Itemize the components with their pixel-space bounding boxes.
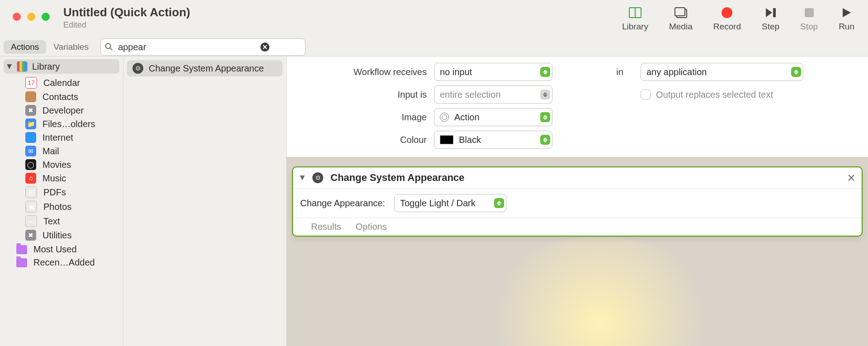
gear-icon bbox=[132, 63, 143, 74]
sidebar-category-item[interactable]: ◯Movies bbox=[25, 158, 119, 171]
category-icon bbox=[25, 91, 36, 102]
category-label: Files…olders bbox=[42, 119, 95, 129]
step-button[interactable]: Step bbox=[762, 5, 779, 32]
sidebar-category-item[interactable]: 📁Files…olders bbox=[25, 117, 119, 131]
chevron-down-icon: ▶ bbox=[299, 175, 307, 180]
image-value: Action bbox=[454, 112, 480, 123]
media-button[interactable]: Media bbox=[669, 5, 693, 32]
library-button[interactable]: Library bbox=[622, 5, 648, 32]
library-root[interactable]: ▶ Library bbox=[4, 59, 119, 74]
sidebar-category-item[interactable]: ✖Utilities bbox=[25, 228, 119, 242]
sidebar-category-item[interactable]: —Text bbox=[25, 214, 119, 228]
category-label: Music bbox=[42, 173, 66, 184]
zoom-window-button[interactable] bbox=[42, 13, 50, 21]
step-options-tab[interactable]: Options bbox=[356, 222, 387, 232]
smart-folder-list: Most UsedRecen…Added bbox=[4, 243, 119, 269]
receives-label: Workflow receives bbox=[354, 67, 427, 77]
category-icon: 17 bbox=[25, 77, 37, 89]
automator-window: Untitled (Quick Action) Edited Library M… bbox=[0, 0, 868, 346]
step-title: Change System Appearance bbox=[330, 172, 841, 184]
in-value: any application bbox=[646, 67, 707, 77]
step-label: Step bbox=[762, 22, 779, 32]
svg-point-9 bbox=[106, 43, 111, 48]
sidebar-category-item[interactable]: ✖Developer bbox=[25, 104, 119, 117]
category-label: PDFs bbox=[43, 187, 66, 198]
search-icon bbox=[105, 43, 113, 51]
library-tab-segment: Actions Variables bbox=[4, 40, 96, 54]
image-select[interactable]: Action bbox=[434, 108, 552, 126]
output-replaces-label: Output replaces selected text bbox=[656, 90, 773, 100]
record-button[interactable]: Record bbox=[713, 5, 741, 32]
category-list: 17CalendarContacts✖Developer📁Files…older… bbox=[4, 76, 119, 242]
tab-actions[interactable]: Actions bbox=[4, 40, 46, 54]
step-param-label: Change Appearance: bbox=[300, 198, 385, 209]
sidebar-category-item[interactable]: ♫Music bbox=[25, 171, 119, 185]
step-header[interactable]: ▶ Change System Appearance bbox=[293, 167, 862, 189]
smart-folder-icon bbox=[16, 258, 27, 267]
canvas-background-glow bbox=[473, 237, 726, 346]
output-replaces-checkbox bbox=[641, 90, 651, 100]
dropdown-icon bbox=[791, 67, 801, 77]
change-appearance-select[interactable]: Toggle Light / Dark bbox=[394, 194, 506, 212]
image-label: Image bbox=[401, 112, 427, 123]
library-sidebar: ▶ Library 17CalendarContacts✖Developer📁F… bbox=[0, 57, 123, 346]
stop-button: Stop bbox=[800, 5, 818, 32]
category-label: Movies bbox=[42, 160, 71, 170]
play-icon bbox=[842, 5, 852, 20]
category-icon: ✉ bbox=[25, 146, 36, 156]
sidebar-category-item[interactable]: ✉Mail bbox=[25, 144, 119, 158]
colour-label: Colour bbox=[400, 135, 427, 145]
category-icon: ◯ bbox=[25, 159, 36, 170]
category-label: Photos bbox=[43, 202, 71, 212]
in-application-select[interactable]: any application bbox=[641, 63, 803, 81]
category-label: Utilities bbox=[42, 230, 71, 241]
media-label: Media bbox=[669, 22, 693, 32]
clear-search-button[interactable] bbox=[260, 43, 269, 52]
workflow-canvas[interactable]: ▶ Change System Appearance Change Appear… bbox=[287, 157, 868, 346]
input-is-select: entire selection bbox=[434, 85, 552, 104]
sidebar-folder-item[interactable]: Recen…Added bbox=[16, 256, 119, 269]
dropdown-icon bbox=[540, 67, 550, 77]
search-input[interactable] bbox=[100, 38, 306, 56]
library-label: Library bbox=[622, 22, 648, 32]
sidebar-category-item[interactable]: 🌐Internet bbox=[25, 131, 119, 144]
category-icon: ♫ bbox=[25, 173, 36, 184]
svg-point-4 bbox=[722, 7, 732, 18]
action-list-item[interactable]: Change System Appearance bbox=[127, 60, 283, 76]
record-icon bbox=[721, 5, 733, 20]
step-next-icon bbox=[765, 5, 777, 20]
receives-select[interactable]: no input bbox=[434, 63, 552, 81]
svg-marker-8 bbox=[843, 8, 851, 17]
chevron-down-icon: ▶ bbox=[6, 64, 14, 69]
window-subtitle: Edited bbox=[63, 20, 190, 30]
run-button[interactable]: Run bbox=[839, 5, 854, 32]
sidebar-category-item[interactable]: ▣Photos bbox=[25, 199, 119, 214]
close-window-button[interactable] bbox=[13, 13, 21, 21]
record-label: Record bbox=[713, 22, 741, 32]
tab-variables[interactable]: Variables bbox=[46, 40, 96, 54]
photo-stack-icon bbox=[674, 5, 688, 20]
colour-swatch bbox=[440, 135, 453, 144]
sidebar-category-item[interactable]: Contacts bbox=[25, 90, 119, 104]
colour-select[interactable]: Black bbox=[434, 131, 552, 149]
toolbar: Library Media Record Step bbox=[622, 0, 868, 32]
receives-value: no input bbox=[440, 67, 472, 77]
sidebar-category-item[interactable]: 17Calendar bbox=[25, 76, 119, 90]
step-results-tab[interactable]: Results bbox=[311, 222, 341, 232]
category-icon: ✖ bbox=[25, 230, 36, 241]
titlebar: Untitled (Quick Action) Edited Library M… bbox=[0, 0, 868, 38]
title-block: Untitled (Quick Action) Edited bbox=[50, 0, 190, 30]
sidebar-folder-item[interactable]: Most Used bbox=[16, 243, 119, 256]
workflow-step[interactable]: ▶ Change System Appearance Change Appear… bbox=[292, 166, 863, 237]
close-step-button[interactable] bbox=[848, 175, 854, 181]
library-icon bbox=[17, 61, 28, 72]
sidebar-category-item[interactable]: ▤PDFs bbox=[25, 185, 119, 199]
search-field bbox=[100, 38, 272, 56]
dropdown-icon bbox=[540, 135, 550, 145]
output-replaces-row: Output replaces selected text bbox=[641, 90, 850, 100]
gear-icon bbox=[312, 172, 323, 183]
category-icon: — bbox=[25, 215, 37, 227]
minimize-window-button[interactable] bbox=[27, 13, 35, 21]
action-label: Change System Appearance bbox=[149, 63, 264, 74]
category-label: Mail bbox=[42, 146, 59, 156]
